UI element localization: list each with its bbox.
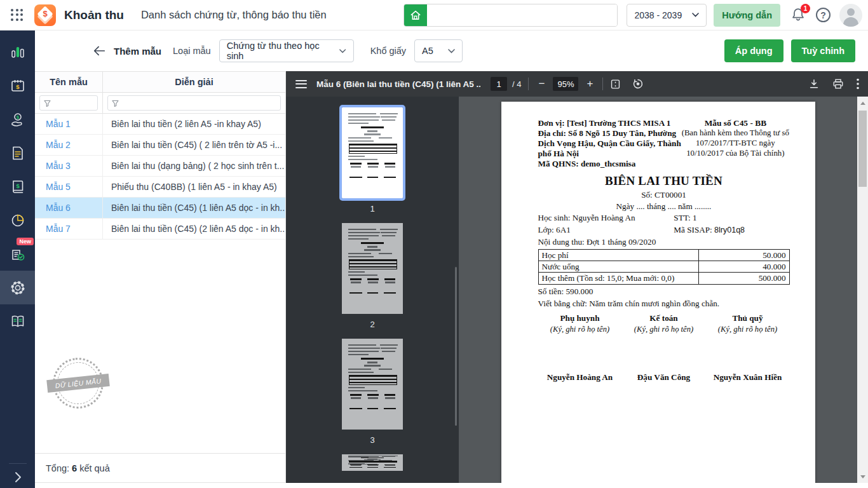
sidebar-item-handbook[interactable] — [0, 304, 35, 338]
receipt-number: Số: CT00001 — [538, 190, 790, 200]
table-row-selected[interactable]: Mẫu 6 Biên lai thu tiền (C45) (1 liên A5… — [35, 198, 285, 219]
doc-qhns: Mã QHNS: demo_thcsmisa — [538, 159, 682, 169]
template-name-link[interactable]: Mẫu 1 — [35, 114, 103, 134]
rotate-button[interactable] — [632, 78, 644, 90]
template-name-link[interactable]: Mẫu 2 — [35, 135, 103, 155]
user-avatar[interactable] — [839, 4, 862, 27]
fee-row: Học thêm (Tồn sd: 15,0; Mua mới: 0,0) 50… — [538, 273, 789, 284]
scroll-down-arrow[interactable] — [857, 472, 868, 481]
sisap-code: 8lry01q8 — [714, 226, 745, 234]
pdf-toolbar: Mẫu 6 (Biên lai thu tiền (C45) (1 liên A… — [286, 71, 868, 97]
doc-sisap: Mã SISAP: 8lry01q8 — [674, 225, 789, 235]
school-year-select[interactable]: 2038 - 2039 — [627, 4, 707, 27]
app-name: Khoản thu — [64, 8, 124, 22]
list-header: Tên mẫu Diễn giải — [35, 72, 285, 93]
scroll-up-arrow[interactable] — [857, 98, 868, 107]
calendar-dollar-icon: $ — [10, 78, 26, 94]
sidebar-item-documents[interactable] — [0, 136, 35, 170]
fit-to-page-button[interactable] — [610, 79, 621, 90]
sidebar-item-settings[interactable] — [0, 271, 35, 304]
column-header-description[interactable]: Diễn giải — [103, 72, 285, 92]
table-row[interactable]: Mẫu 7 Biên lai thu tiền (C45) (2 liên A5… — [35, 219, 285, 240]
more-options-button[interactable] — [857, 78, 859, 90]
svg-text:$: $ — [16, 83, 20, 90]
back-arrow-icon[interactable] — [92, 44, 106, 58]
top-bar: $ Khoản thu Danh sách chứng từ, thông bá… — [0, 0, 868, 30]
thumbnail-page-2[interactable]: 2 — [342, 223, 403, 339]
apply-button[interactable]: Áp dụng — [724, 39, 783, 62]
sidebar-item-collection[interactable]: $ — [0, 102, 35, 136]
pdf-scrollbar[interactable] — [857, 97, 868, 483]
school-search — [403, 4, 618, 27]
total-count: 6 — [72, 463, 77, 473]
sidebar-item-invoice-new[interactable]: New — [0, 237, 35, 271]
pdf-page-total: / 4 — [512, 79, 521, 89]
signature-block: Kế toán (Ký, ghi rõ họ tên) — [622, 313, 706, 334]
template-type-select[interactable]: Chứng từ thu theo học sinh — [219, 39, 354, 62]
doc-content-line: Nội dung thu: Đợt 1 tháng 09/2020 — [538, 237, 790, 247]
gear-icon — [9, 279, 27, 297]
zoom-out-button[interactable]: − — [536, 78, 547, 90]
receipt-date-line: Ngày .... tháng .... năm ........ — [538, 201, 790, 212]
list-filter-row — [35, 93, 285, 114]
pdf-document-title: Mẫu 6 (Biên lai thu tiền (C45) (1 liên A… — [316, 79, 480, 89]
table-row[interactable]: Mẫu 3 Biên lai thu (dạng bảng) ( 2 học s… — [35, 156, 285, 177]
school-search-input[interactable] — [427, 4, 617, 26]
thumbnail-page-4[interactable] — [342, 454, 403, 471]
chevron-right-icon — [14, 471, 22, 483]
signer-name: Nguyễn Xuân Hiền — [706, 372, 790, 383]
filter-name-input[interactable] — [39, 95, 98, 111]
sidebar-item-dashboard[interactable] — [0, 35, 35, 69]
home-button[interactable] — [404, 4, 427, 26]
template-type-value: Chứng từ thu theo học sinh — [227, 41, 332, 61]
paper-size-select[interactable]: A5 — [414, 39, 463, 62]
sidebar-item-fee-book[interactable]: $ — [0, 170, 35, 203]
app-launcher-icon[interactable] — [11, 9, 24, 22]
template-name-link[interactable]: Mẫu 7 — [35, 219, 103, 239]
book-dollar-icon: $ — [10, 179, 26, 195]
document-icon — [10, 145, 26, 161]
chevron-down-icon — [692, 13, 699, 17]
zoom-in-button[interactable]: + — [584, 78, 595, 90]
doc-amount-words: Viết bằng chữ: Năm trăm chín mươi nghìn … — [538, 299, 790, 309]
doc-form-number: Mẫu số C45 - BB — [681, 118, 789, 128]
scrollbar-thumb[interactable] — [858, 111, 867, 187]
receipt-page: Đơn vị: [Test] Trường THCS MISA 1 Địa ch… — [501, 102, 815, 483]
sidebar-item-reports[interactable] — [0, 203, 35, 237]
pdf-zoom-level[interactable]: 95% — [553, 77, 578, 91]
template-name-link[interactable]: Mẫu 3 — [35, 156, 103, 176]
thumbnail-page-1[interactable]: 1 — [342, 107, 403, 223]
sidebar-expand-button[interactable] — [0, 463, 35, 483]
page-title: Danh sách chứng từ, thông báo thu tiền — [141, 9, 327, 21]
pdf-thumbnail-panel: 1 2 3 — [286, 97, 459, 483]
school-year-value: 2038 - 2039 — [634, 10, 682, 20]
pdf-menu-icon[interactable] — [295, 78, 307, 90]
home-icon — [409, 9, 422, 22]
template-toolbar: Thêm mẫu Loại mẫu Chứng từ thu theo học … — [35, 30, 868, 71]
column-header-name[interactable]: Tên mẫu — [35, 72, 103, 92]
chevron-down-icon — [339, 49, 346, 53]
fee-row: Học phí 50.000 — [538, 250, 789, 261]
customize-button[interactable]: Tuỳ chỉnh — [791, 39, 855, 62]
signature-block: Thủ quỹ (Ký, ghi rõ họ tên) — [706, 313, 790, 334]
bar-chart-icon — [10, 44, 26, 60]
thumbnail-page-3[interactable]: 3 — [342, 339, 403, 454]
table-row[interactable]: Mẫu 1 Biên lai thu tiền (2 liên A5 -in k… — [35, 114, 285, 135]
sidebar-item-fee-calendar[interactable]: $ — [0, 69, 35, 102]
notifications-button[interactable]: 1 — [790, 7, 807, 24]
doc-class: Lớp: 6A1 — [538, 225, 674, 235]
template-type-label: Loại mẫu — [173, 46, 211, 56]
invoice-check-icon — [10, 246, 26, 262]
download-button[interactable] — [808, 78, 820, 90]
table-row[interactable]: Mẫu 2 Biên lai thu tiền (C45) ( 2 liên t… — [35, 135, 285, 156]
print-button[interactable] — [832, 78, 844, 90]
help-button[interactable]: ? — [816, 8, 831, 22]
table-row[interactable]: Mẫu 5 Phiếu thu (C40BB) (1 liên A5 - in … — [35, 177, 285, 198]
template-name-link[interactable]: Mẫu 5 — [35, 177, 103, 197]
guide-button[interactable]: Hướng dẫn — [714, 4, 780, 27]
filter-description-input[interactable] — [107, 95, 281, 111]
fee-row: Nước uống 40.000 — [538, 261, 789, 273]
template-name-link[interactable]: Mẫu 6 — [35, 198, 103, 218]
pdf-page-area: Đơn vị: [Test] Trường THCS MISA 1 Địa ch… — [459, 97, 857, 483]
pdf-page-input[interactable]: 1 — [491, 77, 507, 91]
